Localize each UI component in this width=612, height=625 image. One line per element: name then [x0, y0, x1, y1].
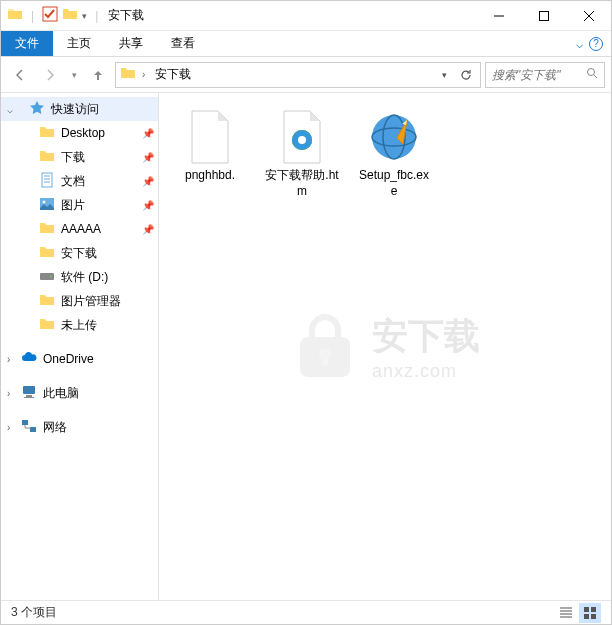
sidebar-network[interactable]: › 网络 [1, 415, 158, 439]
sidebar-item-aaaaa[interactable]: AAAAA 📌 [1, 217, 158, 241]
search-icon[interactable] [586, 67, 598, 82]
status-bar: 3 个项目 [1, 600, 611, 624]
picture-icon [39, 196, 55, 215]
maximize-button[interactable] [521, 1, 566, 31]
drive-icon [39, 268, 55, 287]
folder-icon [39, 220, 55, 239]
svg-rect-19 [584, 607, 589, 612]
pin-icon: 📌 [142, 224, 154, 235]
file-icon [183, 110, 237, 164]
body: ⌵ 快速访问 Desktop 📌 下载 📌 文档 📌 图片 📌 AAAAA [1, 93, 611, 600]
tab-view[interactable]: 查看 [157, 31, 209, 56]
star-icon [29, 100, 45, 119]
chevron-right-icon[interactable]: › [142, 69, 145, 80]
file-list[interactable]: pnghhbd. 安下载帮助.htm Setup_fbc.exe 安下载 anx… [159, 93, 611, 600]
sidebar-item-picmgr[interactable]: 图片管理器 [1, 289, 158, 313]
tab-share[interactable]: 共享 [105, 31, 157, 56]
sidebar-item-desktop[interactable]: Desktop 📌 [1, 121, 158, 145]
close-button[interactable] [566, 1, 611, 31]
back-button[interactable] [7, 62, 33, 88]
svg-point-14 [372, 115, 416, 159]
file-name: pnghhbd. [185, 168, 235, 184]
breadcrumb[interactable]: 安下载 [151, 64, 195, 85]
watermark: 安下载 anxz.com [290, 312, 480, 382]
svg-point-5 [43, 200, 46, 203]
sidebar-item-downloads[interactable]: 下载 📌 [1, 145, 158, 169]
recent-dropdown[interactable]: ▾ [67, 62, 81, 88]
tab-home[interactable]: 主页 [53, 31, 105, 56]
svg-rect-9 [26, 395, 32, 397]
pin-icon: 📌 [142, 152, 154, 163]
address-dropdown[interactable]: ▾ [434, 64, 454, 86]
refresh-button[interactable] [456, 64, 476, 86]
checkbox-icon[interactable] [42, 6, 58, 25]
file-name: 安下载帮助.htm [264, 168, 340, 199]
folder-icon [7, 6, 23, 25]
expand-icon[interactable]: › [7, 422, 10, 433]
svg-rect-20 [591, 607, 596, 612]
pin-icon: 📌 [142, 200, 154, 211]
forward-button[interactable] [37, 62, 63, 88]
navigation-bar: ▾ › 安下载 ▾ [1, 57, 611, 93]
up-button[interactable] [85, 62, 111, 88]
chevron-down-icon[interactable]: ⌵ [576, 37, 583, 51]
sidebar-onedrive[interactable]: › OneDrive [1, 347, 158, 371]
network-icon [21, 418, 37, 437]
svg-rect-18 [322, 356, 328, 366]
expand-icon[interactable]: › [7, 388, 10, 399]
collapse-icon[interactable]: ⌵ [7, 104, 13, 115]
document-icon [39, 172, 55, 191]
svg-point-7 [50, 275, 52, 277]
folder-icon [39, 292, 55, 311]
file-item[interactable]: Setup_fbc.exe [353, 103, 435, 206]
file-item[interactable]: pnghhbd. [169, 103, 251, 191]
folder-icon [39, 244, 55, 263]
folder-icon [39, 316, 55, 335]
view-details-button[interactable] [555, 603, 577, 623]
sidebar-thispc[interactable]: › 此电脑 [1, 381, 158, 405]
html-file-icon [275, 110, 329, 164]
svg-point-13 [298, 136, 306, 144]
svg-point-2 [588, 69, 595, 76]
folder-icon [39, 148, 55, 167]
separator: | [95, 9, 98, 23]
svg-rect-8 [23, 386, 35, 394]
ribbon: 文件 主页 共享 查看 ⌵ ? [1, 31, 611, 57]
svg-rect-22 [591, 614, 596, 619]
view-icons-button[interactable] [579, 603, 601, 623]
tab-file[interactable]: 文件 [1, 31, 53, 56]
title-bar: | ▾ | 安下载 [1, 1, 611, 31]
exe-file-icon [367, 110, 421, 164]
cloud-icon [21, 350, 37, 369]
svg-point-17 [319, 348, 331, 360]
folder-icon [62, 6, 78, 25]
search-box[interactable] [485, 62, 605, 88]
svg-rect-1 [539, 11, 548, 20]
folder-icon [120, 65, 136, 84]
dropdown-icon[interactable]: ▾ [82, 11, 87, 21]
sidebar-item-pictures[interactable]: 图片 📌 [1, 193, 158, 217]
svg-rect-10 [24, 397, 34, 398]
svg-rect-16 [300, 337, 350, 377]
sidebar-item-documents[interactable]: 文档 📌 [1, 169, 158, 193]
pin-icon: 📌 [142, 176, 154, 187]
help-icon[interactable]: ? [589, 37, 603, 51]
sidebar-item-anxz[interactable]: 安下载 [1, 241, 158, 265]
search-input[interactable] [492, 68, 582, 82]
sidebar-item-notuploaded[interactable]: 未上传 [1, 313, 158, 337]
folder-icon [39, 124, 55, 143]
minimize-button[interactable] [476, 1, 521, 31]
svg-rect-3 [42, 173, 52, 187]
expand-icon[interactable]: › [7, 354, 10, 365]
computer-icon [21, 384, 37, 403]
separator: | [31, 9, 34, 23]
sidebar-quick-access[interactable]: ⌵ 快速访问 [1, 97, 158, 121]
address-bar[interactable]: › 安下载 ▾ [115, 62, 481, 88]
pin-icon: 📌 [142, 128, 154, 139]
sidebar-item-drive-d[interactable]: 软件 (D:) [1, 265, 158, 289]
svg-rect-21 [584, 614, 589, 619]
window-title: 安下载 [108, 7, 144, 24]
sidebar: ⌵ 快速访问 Desktop 📌 下载 📌 文档 📌 图片 📌 AAAAA [1, 93, 159, 600]
file-item[interactable]: 安下载帮助.htm [261, 103, 343, 206]
svg-rect-11 [22, 420, 28, 425]
